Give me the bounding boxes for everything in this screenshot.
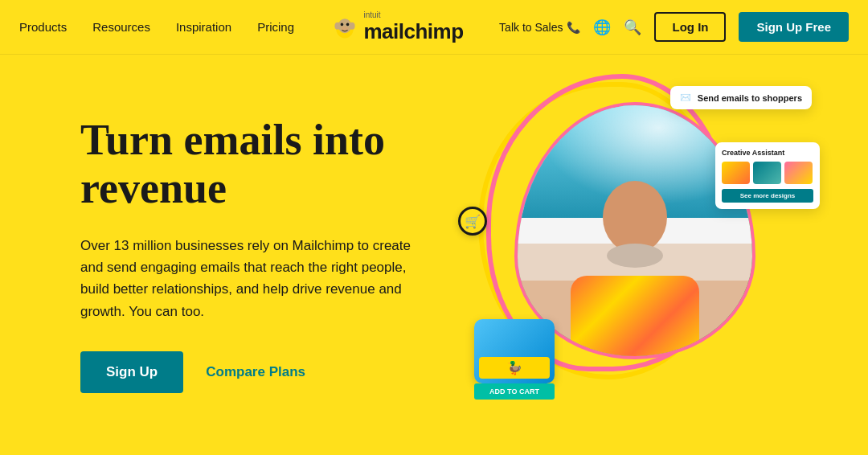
duck-emoji: 🦆 xyxy=(482,360,547,375)
hero-title: Turn emails into revenue xyxy=(80,117,466,212)
hero-cta: Sign Up Compare Plans xyxy=(80,351,466,393)
nav-item-resources[interactable]: Resources xyxy=(92,20,150,34)
login-button[interactable]: Log In xyxy=(654,12,726,42)
svg-point-2 xyxy=(340,23,343,26)
svg-point-6 xyxy=(349,22,354,29)
add-to-cart-button[interactable]: ADD TO CART xyxy=(474,383,555,400)
design-thumb-1 xyxy=(722,162,750,184)
hero-description: Over 13 million businesses rely on Mailc… xyxy=(80,235,418,322)
cart-bubble: 🛒 xyxy=(458,207,487,236)
person-shirt xyxy=(571,276,699,356)
nav-item-products[interactable]: Products xyxy=(19,20,67,34)
see-more-designs-button[interactable]: See more designs xyxy=(722,189,813,203)
person-beard xyxy=(607,244,663,268)
creative-assistant-card: Creative Assistant See more designs xyxy=(715,142,820,209)
logo-text-wrapper: intuit mailchimp xyxy=(364,10,464,44)
nav-right: Talk to Sales 📞 🌐 🔍 Log In Sign Up Free xyxy=(499,12,849,42)
shop-card-inner: 🦆 xyxy=(479,357,550,379)
creative-assistant-images xyxy=(722,162,813,184)
hero-illustration: 🛒 ✉️ Send emails to shoppers Creative As… xyxy=(466,78,804,432)
send-emails-card: ✉️ Send emails to shoppers xyxy=(670,86,812,109)
signup-button[interactable]: Sign Up xyxy=(80,351,183,393)
logo[interactable]: intuit mailchimp xyxy=(330,10,464,44)
send-emails-label: Send emails to shoppers xyxy=(698,93,802,103)
cart-icon: 🛒 xyxy=(465,214,481,229)
hero-section: Turn emails into revenue Over 13 million… xyxy=(0,55,868,455)
svg-point-5 xyxy=(334,22,340,29)
design-thumb-2 xyxy=(753,162,781,184)
envelope-icon: ✉️ xyxy=(680,92,691,103)
logo-intuit: intuit xyxy=(364,10,464,19)
creative-assistant-title: Creative Assistant xyxy=(722,149,813,157)
nav-item-pricing[interactable]: Pricing xyxy=(257,20,294,34)
person-head xyxy=(603,181,667,253)
svg-point-3 xyxy=(346,23,349,26)
nav-left: Products Resources Inspiration Pricing xyxy=(19,20,294,34)
hero-content: Turn emails into revenue Over 13 million… xyxy=(80,117,466,393)
search-icon[interactable]: 🔍 xyxy=(624,18,641,36)
globe-icon[interactable]: 🌐 xyxy=(593,18,611,36)
design-thumb-3 xyxy=(784,162,813,184)
talk-to-sales[interactable]: Talk to Sales 📞 xyxy=(499,21,580,34)
navigation: Products Resources Inspiration Pricing i… xyxy=(0,0,868,55)
signup-free-button[interactable]: Sign Up Free xyxy=(739,12,849,42)
shop-card: 🦆 xyxy=(474,319,555,383)
mailchimp-chimp-icon xyxy=(330,13,359,42)
nav-item-inspiration[interactable]: Inspiration xyxy=(176,20,231,34)
compare-plans-link[interactable]: Compare Plans xyxy=(206,364,305,380)
talk-to-sales-label: Talk to Sales xyxy=(499,21,563,34)
phone-icon: 📞 xyxy=(567,21,580,34)
logo-mailchimp: mailchimp xyxy=(364,19,464,44)
